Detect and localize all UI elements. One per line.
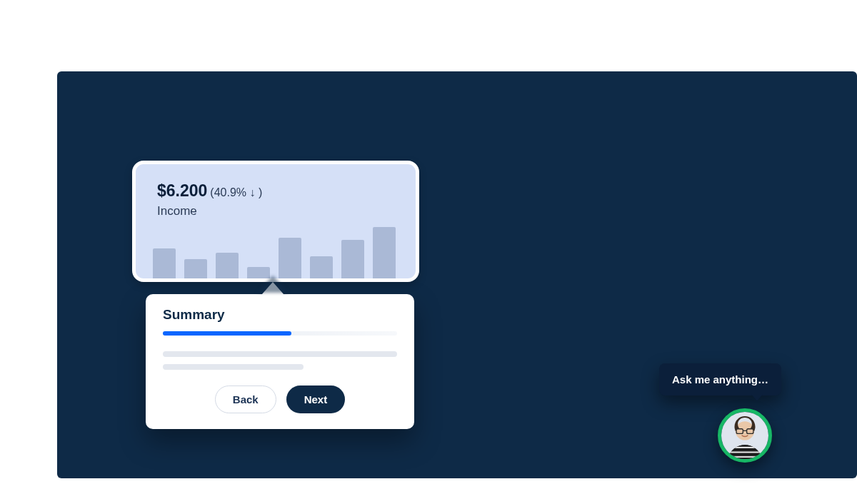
income-delta: (40.9% ↓ ): [210, 186, 262, 199]
chart-bar: [216, 253, 239, 278]
chart-bar: [310, 256, 333, 278]
chart-bar: [373, 227, 396, 278]
summary-popover: Summary Back Next: [146, 294, 414, 429]
assistant-avatar[interactable]: [718, 408, 772, 463]
chart-bar: [153, 248, 176, 278]
back-button[interactable]: Back: [215, 385, 276, 413]
chart-bar: [184, 259, 207, 278]
popover-pointer: [262, 282, 284, 294]
popover-actions: Back Next: [163, 385, 397, 413]
progress-bar: [163, 331, 397, 336]
chart-bar: [341, 240, 364, 278]
skeleton-line: [163, 351, 397, 357]
progress-fill: [163, 331, 291, 336]
income-amount: $6.200: [157, 181, 207, 201]
popover-title: Summary: [163, 307, 397, 323]
avatar-icon: [721, 412, 768, 459]
amount-row: $6.200 (40.9% ↓ ): [157, 181, 262, 201]
skeleton-line: [163, 364, 304, 370]
assistant-bubble[interactable]: Ask me anything…: [659, 363, 781, 395]
income-bar-chart: [153, 214, 416, 278]
income-tip-card: $6.200 (40.9% ↓ ) Income: [132, 161, 419, 282]
next-button[interactable]: Next: [286, 385, 346, 413]
chart-bar: [279, 238, 301, 278]
